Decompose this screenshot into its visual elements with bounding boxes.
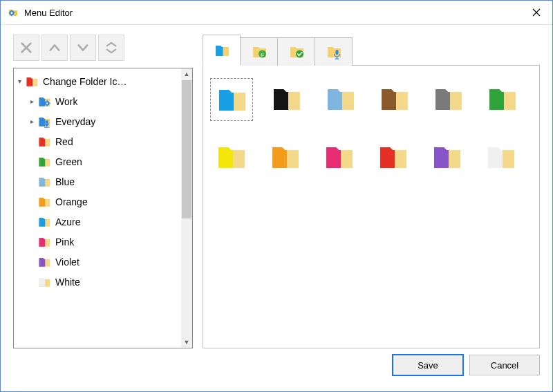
icon-grid	[203, 66, 540, 348]
svg-rect-17	[335, 50, 338, 55]
delete-button[interactable]	[13, 35, 39, 61]
move-up-button[interactable]	[41, 35, 68, 61]
tree-leaf-violet[interactable]: Violet	[14, 252, 181, 272]
tree-item-label: Change Folder Ic…	[43, 76, 126, 87]
tab-torrent[interactable]: µ	[240, 37, 278, 66]
svg-rect-4	[9, 12, 10, 13]
tree-leaf-green[interactable]: Green	[14, 151, 181, 171]
svg-rect-11	[49, 102, 50, 103]
folder-icon	[324, 82, 357, 115]
expand-collapse-icon[interactable]: ▸	[26, 97, 37, 105]
tab-checked[interactable]	[277, 37, 315, 66]
folder-icon	[37, 235, 51, 249]
expand-collapse-icon[interactable]: ▸	[26, 118, 37, 125]
right-panel: µ	[203, 35, 540, 348]
tree-item-label: Violet	[55, 256, 79, 268]
folder-icon	[37, 195, 51, 209]
folder-icon-option[interactable]	[480, 136, 521, 178]
folder-icon	[215, 83, 248, 116]
tree-item-label: Everyday	[55, 116, 95, 127]
tree-branch-work[interactable]: ▸Work	[14, 91, 181, 111]
tree-item-label: Blue	[55, 176, 75, 187]
tab-mic[interactable]	[315, 37, 353, 66]
tab-icon	[288, 44, 305, 60]
tree-branch-everyday[interactable]: ▸Everyday	[14, 111, 181, 131]
folder-icon-option[interactable]	[481, 78, 523, 120]
tree-item-label: Azure	[55, 216, 81, 227]
window-title: Menu Editor	[24, 8, 521, 18]
svg-point-7	[46, 102, 48, 104]
move-down-button[interactable]	[70, 35, 96, 61]
folder-icon	[430, 140, 463, 174]
svg-text:µ: µ	[261, 51, 264, 57]
tree-root[interactable]: ▾Change Folder Ic…	[14, 71, 181, 91]
scroll-thumb[interactable]	[182, 80, 191, 218]
folder-icon	[377, 82, 411, 115]
folder-icon	[484, 140, 517, 174]
folder-icon	[376, 140, 409, 174]
tree-item-label: White	[55, 277, 80, 288]
folder-icon	[431, 82, 465, 115]
folder-icon-option[interactable]	[373, 78, 415, 120]
folder-icon-option[interactable]	[318, 136, 359, 178]
folder-icon	[37, 255, 51, 269]
folder-icon-option[interactable]	[264, 136, 306, 178]
folder-icon-option[interactable]	[265, 78, 307, 120]
dialog-body: ▾Change Folder Ic…▸Work▸EverydayRedGreen…	[1, 25, 552, 391]
tree-item-label: Pink	[55, 236, 74, 248]
tree-item-label: Red	[55, 136, 73, 147]
tree-leaf-orange[interactable]: Orange	[14, 192, 181, 212]
scroll-up-icon[interactable]: ▲	[181, 68, 192, 80]
tree-item-label: Green	[55, 156, 82, 167]
tree-scroll-area[interactable]: ▾Change Folder Ic…▸Work▸EverydayRedGreen…	[14, 68, 181, 348]
scroll-down-icon[interactable]: ▼	[181, 337, 192, 348]
folder-icon	[485, 82, 518, 115]
tab-icon	[326, 44, 342, 60]
folder-icon	[37, 115, 51, 129]
folder-icon-option[interactable]	[210, 136, 252, 178]
folder-icon	[37, 155, 51, 169]
tree-leaf-red[interactable]: Red	[14, 131, 181, 151]
svg-rect-18	[336, 57, 337, 59]
folder-icon-option[interactable]	[372, 136, 413, 178]
folder-icon-option[interactable]	[426, 136, 467, 178]
folder-icon	[37, 135, 51, 149]
expand-collapse-icon[interactable]: ▾	[14, 77, 25, 85]
folder-icon	[322, 140, 355, 174]
left-panel: ▾Change Folder Ic…▸Work▸EverydayRedGreen…	[13, 35, 193, 348]
window: Menu Editor	[0, 0, 553, 392]
close-button[interactable]	[521, 1, 552, 24]
dialog-buttons: Save Cancel	[13, 348, 540, 382]
cancel-button[interactable]: Cancel	[469, 355, 540, 375]
icon-tabstrip: µ	[203, 35, 540, 66]
svg-rect-9	[47, 105, 48, 106]
tab-icon	[214, 42, 230, 59]
folder-icon	[270, 82, 303, 115]
folder-icon	[25, 75, 39, 88]
svg-point-1	[11, 12, 13, 14]
folder-icon-option[interactable]	[319, 78, 361, 120]
tab-icon: µ	[251, 44, 268, 60]
folder-icon	[268, 140, 301, 174]
save-button[interactable]: Save	[392, 354, 464, 376]
app-icon	[8, 7, 19, 18]
folder-icon	[37, 175, 51, 189]
folder-icon-option[interactable]	[427, 78, 469, 120]
tree-item-label: Work	[55, 96, 77, 107]
folder-icon-option[interactable]	[210, 78, 253, 121]
panels: ▾Change Folder Ic…▸Work▸EverydayRedGreen…	[13, 35, 540, 348]
title-bar: Menu Editor	[1, 1, 552, 25]
svg-point-16	[296, 50, 303, 58]
folder-icon	[214, 140, 247, 174]
svg-rect-12	[46, 120, 48, 123]
svg-rect-13	[44, 127, 50, 127]
tree-leaf-blue[interactable]: Blue	[14, 171, 181, 192]
tree-scrollbar[interactable]: ▲ ▼	[181, 68, 192, 348]
svg-rect-5	[14, 12, 15, 13]
tree-leaf-white[interactable]: White	[14, 272, 181, 292]
sort-button[interactable]	[98, 35, 124, 61]
tab-colors[interactable]	[203, 35, 241, 66]
svg-rect-3	[11, 15, 12, 16]
tree-leaf-pink[interactable]: Pink	[14, 232, 181, 252]
tree-leaf-azure[interactable]: Azure	[14, 212, 181, 232]
